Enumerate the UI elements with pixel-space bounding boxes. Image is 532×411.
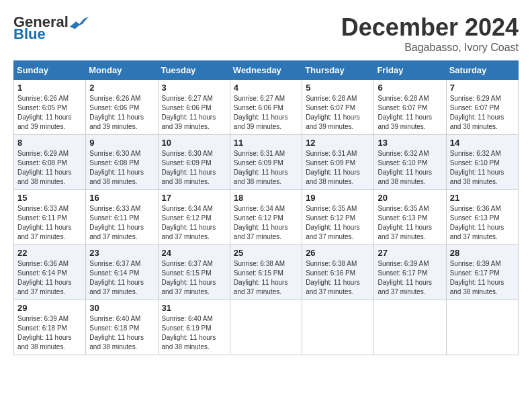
day-number: 19 — [306, 193, 370, 203]
table-row: 1 Sunrise: 6:26 AMSunset: 6:05 PMDayligh… — [14, 80, 86, 135]
day-number: 17 — [162, 193, 226, 203]
day-info: Sunrise: 6:39 AMSunset: 6:18 PMDaylight:… — [17, 314, 82, 352]
day-info: Sunrise: 6:40 AMSunset: 6:18 PMDaylight:… — [89, 314, 154, 352]
table-row: 19 Sunrise: 6:35 AMSunset: 6:12 PMDaylig… — [302, 190, 374, 245]
col-wednesday: Wednesday — [230, 61, 302, 80]
day-number: 12 — [306, 138, 370, 148]
table-row: 22 Sunrise: 6:36 AMSunset: 6:14 PMDaylig… — [14, 245, 86, 300]
day-info: Sunrise: 6:30 AMSunset: 6:08 PMDaylight:… — [89, 149, 154, 187]
table-row: 25 Sunrise: 6:38 AMSunset: 6:15 PMDaylig… — [230, 245, 302, 300]
table-row: 7 Sunrise: 6:29 AMSunset: 6:07 PMDayligh… — [446, 80, 518, 135]
col-sunday: Sunday — [14, 61, 86, 80]
table-row: 27 Sunrise: 6:39 AMSunset: 6:17 PMDaylig… — [374, 245, 446, 300]
table-row: 17 Sunrise: 6:34 AMSunset: 6:12 PMDaylig… — [158, 190, 230, 245]
day-number: 5 — [306, 83, 370, 93]
logo: General Blue — [13, 13, 89, 43]
table-row: 28 Sunrise: 6:39 AMSunset: 6:17 PMDaylig… — [446, 245, 518, 300]
day-number: 14 — [450, 138, 515, 148]
table-row: 30 Sunrise: 6:40 AMSunset: 6:18 PMDaylig… — [86, 300, 158, 355]
day-info: Sunrise: 6:33 AMSunset: 6:11 PMDaylight:… — [89, 204, 154, 242]
day-info: Sunrise: 6:34 AMSunset: 6:12 PMDaylight:… — [234, 204, 298, 242]
day-number: 15 — [17, 193, 82, 203]
day-number: 7 — [450, 83, 515, 93]
day-number: 2 — [89, 83, 154, 93]
table-row — [230, 300, 302, 355]
day-info: Sunrise: 6:36 AMSunset: 6:14 PMDaylight:… — [17, 259, 82, 297]
day-info: Sunrise: 6:31 AMSunset: 6:09 PMDaylight:… — [306, 149, 370, 187]
day-info: Sunrise: 6:36 AMSunset: 6:13 PMDaylight:… — [450, 204, 515, 242]
day-number: 21 — [450, 193, 515, 203]
day-number: 28 — [450, 248, 515, 258]
day-info: Sunrise: 6:28 AMSunset: 6:07 PMDaylight:… — [378, 94, 442, 132]
day-info: Sunrise: 6:31 AMSunset: 6:09 PMDaylight:… — [234, 149, 298, 187]
day-info: Sunrise: 6:35 AMSunset: 6:13 PMDaylight:… — [378, 204, 442, 242]
day-info: Sunrise: 6:39 AMSunset: 6:17 PMDaylight:… — [450, 259, 515, 297]
title-section: December 2024 Bagabasso, Ivory Coast — [341, 13, 519, 54]
day-number: 25 — [234, 248, 298, 258]
table-row — [302, 300, 374, 355]
table-row: 6 Sunrise: 6:28 AMSunset: 6:07 PMDayligh… — [374, 80, 446, 135]
day-info: Sunrise: 6:29 AMSunset: 6:08 PMDaylight:… — [17, 149, 82, 187]
day-number: 4 — [234, 83, 298, 93]
table-row: 24 Sunrise: 6:37 AMSunset: 6:15 PMDaylig… — [158, 245, 230, 300]
table-row: 4 Sunrise: 6:27 AMSunset: 6:06 PMDayligh… — [230, 80, 302, 135]
calendar: Sunday Monday Tuesday Wednesday Thursday… — [13, 60, 519, 355]
day-number: 18 — [234, 193, 298, 203]
logo-bird-icon — [70, 15, 89, 30]
col-friday: Friday — [374, 61, 446, 80]
day-number: 23 — [89, 248, 154, 258]
day-number: 8 — [17, 138, 82, 148]
table-row: 3 Sunrise: 6:27 AMSunset: 6:06 PMDayligh… — [158, 80, 230, 135]
calendar-week-row: 22 Sunrise: 6:36 AMSunset: 6:14 PMDaylig… — [14, 245, 519, 300]
table-row: 11 Sunrise: 6:31 AMSunset: 6:09 PMDaylig… — [230, 135, 302, 190]
day-info: Sunrise: 6:33 AMSunset: 6:11 PMDaylight:… — [17, 204, 82, 242]
day-info: Sunrise: 6:27 AMSunset: 6:06 PMDaylight:… — [162, 94, 226, 132]
table-row: 16 Sunrise: 6:33 AMSunset: 6:11 PMDaylig… — [86, 190, 158, 245]
day-number: 22 — [17, 248, 82, 258]
table-row: 12 Sunrise: 6:31 AMSunset: 6:09 PMDaylig… — [302, 135, 374, 190]
table-row: 18 Sunrise: 6:34 AMSunset: 6:12 PMDaylig… — [230, 190, 302, 245]
table-row: 21 Sunrise: 6:36 AMSunset: 6:13 PMDaylig… — [446, 190, 518, 245]
calendar-week-row: 1 Sunrise: 6:26 AMSunset: 6:05 PMDayligh… — [14, 80, 519, 135]
table-row — [374, 300, 446, 355]
day-number: 9 — [89, 138, 154, 148]
day-info: Sunrise: 6:26 AMSunset: 6:05 PMDaylight:… — [17, 94, 82, 132]
table-row: 20 Sunrise: 6:35 AMSunset: 6:13 PMDaylig… — [374, 190, 446, 245]
calendar-week-row: 15 Sunrise: 6:33 AMSunset: 6:11 PMDaylig… — [14, 190, 519, 245]
day-info: Sunrise: 6:28 AMSunset: 6:07 PMDaylight:… — [306, 94, 370, 132]
col-monday: Monday — [86, 61, 158, 80]
day-info: Sunrise: 6:29 AMSunset: 6:07 PMDaylight:… — [450, 94, 515, 132]
svg-marker-0 — [70, 17, 89, 30]
day-info: Sunrise: 6:32 AMSunset: 6:10 PMDaylight:… — [450, 149, 515, 187]
table-row: 15 Sunrise: 6:33 AMSunset: 6:11 PMDaylig… — [14, 190, 86, 245]
month-year: December 2024 — [341, 13, 519, 42]
day-number: 29 — [17, 303, 82, 313]
table-row: 5 Sunrise: 6:28 AMSunset: 6:07 PMDayligh… — [302, 80, 374, 135]
day-number: 16 — [89, 193, 154, 203]
day-info: Sunrise: 6:26 AMSunset: 6:06 PMDaylight:… — [89, 94, 154, 132]
table-row: 9 Sunrise: 6:30 AMSunset: 6:08 PMDayligh… — [86, 135, 158, 190]
day-number: 10 — [162, 138, 226, 148]
day-info: Sunrise: 6:32 AMSunset: 6:10 PMDaylight:… — [378, 149, 442, 187]
table-row: 31 Sunrise: 6:40 AMSunset: 6:19 PMDaylig… — [158, 300, 230, 355]
day-number: 13 — [378, 138, 442, 148]
day-number: 26 — [306, 248, 370, 258]
calendar-week-row: 29 Sunrise: 6:39 AMSunset: 6:18 PMDaylig… — [14, 300, 519, 355]
calendar-header-row: Sunday Monday Tuesday Wednesday Thursday… — [14, 61, 519, 80]
day-info: Sunrise: 6:27 AMSunset: 6:06 PMDaylight:… — [234, 94, 298, 132]
day-number: 1 — [17, 83, 82, 93]
day-info: Sunrise: 6:30 AMSunset: 6:09 PMDaylight:… — [162, 149, 226, 187]
day-number: 24 — [162, 248, 226, 258]
col-tuesday: Tuesday — [158, 61, 230, 80]
day-number: 27 — [378, 248, 442, 258]
day-number: 11 — [234, 138, 298, 148]
table-row: 14 Sunrise: 6:32 AMSunset: 6:10 PMDaylig… — [446, 135, 518, 190]
day-number: 6 — [378, 83, 442, 93]
table-row: 26 Sunrise: 6:38 AMSunset: 6:16 PMDaylig… — [302, 245, 374, 300]
day-info: Sunrise: 6:37 AMSunset: 6:15 PMDaylight:… — [162, 259, 226, 297]
day-info: Sunrise: 6:40 AMSunset: 6:19 PMDaylight:… — [162, 314, 226, 352]
day-number: 31 — [162, 303, 226, 313]
day-info: Sunrise: 6:38 AMSunset: 6:15 PMDaylight:… — [234, 259, 298, 297]
day-info: Sunrise: 6:34 AMSunset: 6:12 PMDaylight:… — [162, 204, 226, 242]
table-row: 8 Sunrise: 6:29 AMSunset: 6:08 PMDayligh… — [14, 135, 86, 190]
